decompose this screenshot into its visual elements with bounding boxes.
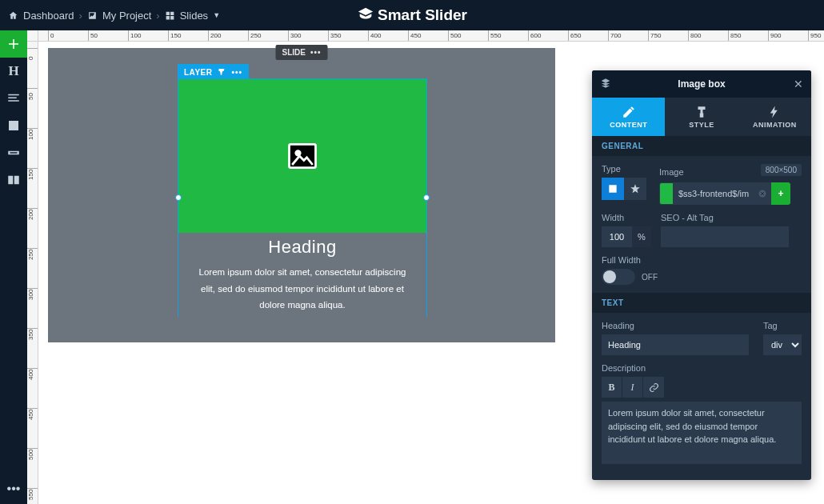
- heading-label: Heading: [602, 321, 754, 330]
- text-type-icon: [217, 67, 226, 77]
- ruler-horizontal: 0501001502002503003504004505005506006507…: [38, 30, 824, 42]
- inspector-panel: Image box ✕ CONTENT STYLE ANIMATION GENE…: [592, 70, 811, 480]
- pencil-icon: [622, 105, 636, 119]
- image-box-layer[interactable]: Heading Lorem ipsum dolor sit amet, cons…: [178, 78, 427, 317]
- tab-content[interactable]: CONTENT: [592, 98, 665, 136]
- image-box-content[interactable]: Heading Lorem ipsum dolor sit amet, cons…: [178, 233, 426, 318]
- more-icon[interactable]: •••: [231, 68, 242, 77]
- inspector-tabs: CONTENT STYLE ANIMATION: [592, 98, 811, 136]
- breadcrumb-project[interactable]: My Project: [87, 10, 151, 22]
- heading-input[interactable]: [602, 334, 749, 355]
- image-placeholder-icon: [285, 138, 320, 174]
- breadcrumb-dashboard-label: Dashboard: [23, 10, 74, 22]
- image-box-heading: Heading: [268, 237, 336, 258]
- width-label: Width: [602, 213, 651, 222]
- inspector-title: Image box: [678, 78, 725, 90]
- text-lines-icon: [6, 91, 21, 106]
- breadcrumb-slides-label: Slides: [180, 10, 208, 22]
- bold-button[interactable]: B: [602, 377, 622, 398]
- image-tool[interactable]: [0, 112, 27, 139]
- inspector-header[interactable]: Image box ✕: [592, 70, 811, 98]
- image-icon: [6, 118, 21, 133]
- breadcrumb-slides[interactable]: Slides ▼: [165, 10, 220, 22]
- plus-icon: [6, 37, 21, 51]
- type-image[interactable]: [602, 178, 624, 200]
- slide-tag[interactable]: SLIDE •••: [276, 45, 328, 60]
- link-button[interactable]: [643, 377, 664, 398]
- row-tool[interactable]: [0, 166, 27, 194]
- italic-button[interactable]: I: [622, 377, 643, 398]
- image-label: Image: [659, 167, 684, 177]
- full-width-state: OFF: [642, 273, 658, 282]
- bolt-icon: [767, 105, 782, 119]
- chevron-right-icon: ›: [156, 10, 159, 22]
- type-icon[interactable]: [624, 178, 646, 200]
- description-toolbar: B I: [602, 377, 802, 398]
- slide-tag-label: SLIDE: [282, 48, 306, 57]
- button-tool[interactable]: [0, 139, 27, 166]
- type-selector: [602, 178, 650, 200]
- button-icon: [6, 146, 21, 160]
- ruler-corner: [27, 30, 38, 42]
- heading-icon: H: [8, 63, 18, 79]
- image-dimensions: 800×500: [761, 164, 802, 176]
- tag-label: Tag: [763, 321, 802, 330]
- image-path-input[interactable]: [674, 182, 754, 205]
- type-label: Type: [602, 164, 650, 174]
- caret-down-icon: ▼: [213, 11, 220, 19]
- image-box-image[interactable]: [178, 79, 426, 233]
- more-icon[interactable]: •••: [310, 48, 322, 57]
- full-width-label: Full Width: [602, 255, 802, 265]
- more-tools[interactable]: •••: [7, 482, 21, 496]
- paint-icon: [694, 105, 709, 119]
- columns-icon: [6, 173, 21, 187]
- tab-animation[interactable]: ANIMATION: [738, 98, 811, 136]
- resize-handle-right[interactable]: [423, 194, 430, 201]
- grid-icon: [165, 10, 175, 21]
- section-general[interactable]: GENERAL: [592, 136, 811, 156]
- layer-badge-label: LAYER: [184, 68, 212, 77]
- image-icon: [607, 183, 618, 194]
- home-icon: [8, 10, 18, 21]
- link-icon: [649, 382, 659, 393]
- alt-input[interactable]: [661, 226, 789, 247]
- tool-rail: H •••: [0, 30, 27, 504]
- tab-content-label: CONTENT: [610, 121, 647, 129]
- tag-select[interactable]: div: [763, 334, 802, 355]
- breadcrumb-project-label: My Project: [102, 10, 151, 22]
- layer-badge[interactable]: LAYER •••: [178, 64, 249, 80]
- chevron-right-icon: ›: [79, 10, 82, 22]
- add-tool[interactable]: [0, 30, 27, 58]
- tab-style[interactable]: STYLE: [665, 98, 738, 136]
- image-box-description: Lorem ipsum dolor sit amet, consectetur …: [193, 264, 412, 314]
- top-bar: Dashboard › My Project › Slides ▼ Smart …: [0, 0, 824, 30]
- description-textarea[interactable]: [602, 402, 802, 464]
- star-icon: [630, 183, 641, 194]
- tab-style-label: STYLE: [689, 121, 714, 129]
- tab-animation-label: ANIMATION: [753, 121, 797, 129]
- section-text[interactable]: TEXT: [592, 293, 811, 313]
- text-tool[interactable]: [0, 85, 27, 112]
- width-unit[interactable]: %: [632, 226, 651, 247]
- logo-text: Smart Slider: [378, 6, 467, 24]
- description-label: Description: [602, 363, 802, 373]
- full-width-toggle[interactable]: [602, 269, 635, 285]
- image-clear-button[interactable]: [754, 182, 771, 205]
- resize-handle-left[interactable]: [175, 194, 182, 201]
- close-icon[interactable]: ✕: [794, 78, 803, 90]
- width-input[interactable]: [602, 226, 632, 247]
- breadcrumb-dashboard[interactable]: Dashboard: [8, 10, 74, 22]
- inspector-body: GENERAL Type Image 800×500: [592, 136, 811, 480]
- heading-tool[interactable]: H: [0, 58, 27, 85]
- layers-icon[interactable]: [600, 78, 611, 91]
- alt-label: SEO - Alt Tag: [661, 213, 802, 222]
- image-icon: [87, 10, 98, 21]
- breadcrumb: Dashboard › My Project › Slides ▼: [0, 10, 220, 22]
- app-logo: Smart Slider: [357, 6, 467, 24]
- image-color-swatch[interactable]: [659, 182, 674, 205]
- logo-icon: [357, 6, 374, 24]
- image-add-button[interactable]: +: [771, 182, 790, 205]
- ruler-vertical: 050100150200250300350400450500550600: [27, 42, 38, 504]
- slide[interactable]: SLIDE ••• LAYER ••• Heading Lorem ipsum …: [48, 48, 555, 342]
